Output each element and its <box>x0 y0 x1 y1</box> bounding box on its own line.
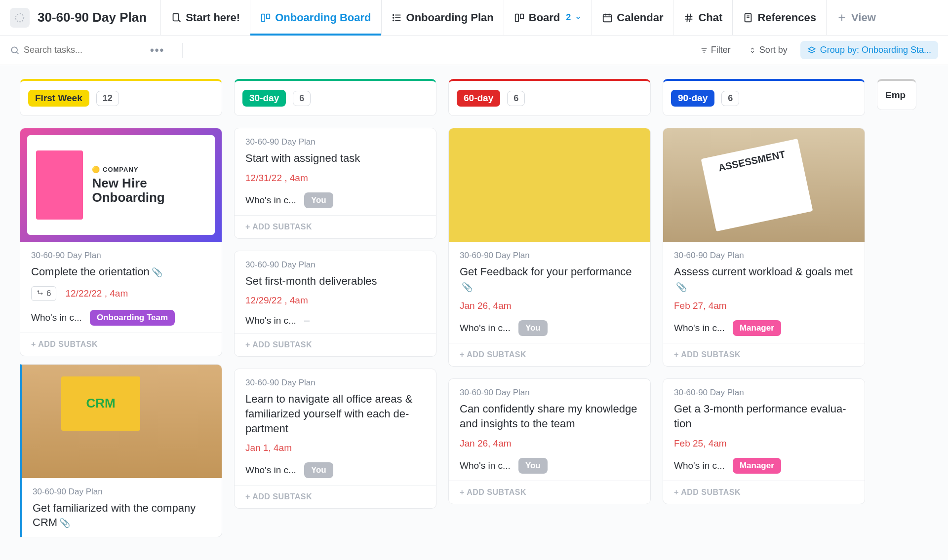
column-30-day: 30-day 6 30-60-90 Day Plan Start with as… <box>234 79 436 537</box>
add-subtask-button[interactable]: + ADD SUBTASK <box>663 481 865 504</box>
column-partial: Emp <box>877 79 916 537</box>
svg-point-8 <box>393 17 394 18</box>
layers-icon <box>807 46 816 55</box>
add-subtask-button[interactable]: + ADD SUBTASK <box>235 485 436 508</box>
plus-icon <box>836 12 847 23</box>
card-list-name: 30-60-90 Day Plan <box>460 251 639 261</box>
column-60-day: 60-day 6 30-60-90 Day Plan Get Feedback … <box>448 79 651 537</box>
filter-icon <box>700 46 708 54</box>
search-icon <box>10 45 20 55</box>
attachment-icon: 📎 <box>59 518 70 528</box>
subtask-count[interactable]: 6 <box>31 286 56 301</box>
card[interactable]: CRM 30-60-90 Day Plan Get familiarized w… <box>20 364 222 537</box>
who-label: Who's in c... <box>460 323 511 334</box>
card[interactable]: 30-60-90 Day Plan Get Feedback for your … <box>448 128 651 367</box>
card[interactable]: 🟡 COMPANY New Hire Onboarding 30-60-90 D… <box>20 128 222 356</box>
column-first-week: First Week 12 🟡 COMPANY New Hire Onboard… <box>20 79 222 537</box>
add-subtask-button[interactable]: + ADD SUBTASK <box>663 343 865 366</box>
card[interactable]: 30-60-90 Day Plan Set first-month delive… <box>234 251 436 357</box>
svg-point-7 <box>393 14 394 15</box>
add-subtask-button[interactable]: + ADD SUBTASK <box>235 333 436 356</box>
assignee-empty: – <box>304 315 310 326</box>
divider <box>182 43 183 58</box>
card-list-name: 30-60-90 Day Plan <box>674 251 854 261</box>
card[interactable]: 30-60-90 Day Plan Can confidently share … <box>448 378 651 504</box>
stage-pill: 60-day <box>457 90 500 107</box>
assignee-pill[interactable]: Manager <box>733 458 781 474</box>
card[interactable]: ASSESSMENT 30-60-90 Day Plan Assess curr… <box>663 128 865 367</box>
card[interactable]: 30-60-90 Day Plan Get a 3-month performa… <box>663 378 865 504</box>
card-list-name: 30-60-90 Day Plan <box>33 487 211 497</box>
tab-add-view[interactable]: View <box>826 0 886 35</box>
who-label: Who's in c... <box>245 195 296 206</box>
filter-button[interactable]: Filter <box>695 42 736 58</box>
assignee-pill[interactable]: You <box>304 192 333 208</box>
groupby-button[interactable]: Group by: Onboarding Sta... <box>800 41 938 59</box>
who-label: Who's in c... <box>674 460 725 471</box>
stage-count: 12 <box>96 91 119 106</box>
card-cover: 🟡 COMPANY New Hire Onboarding <box>20 128 222 242</box>
list-icon <box>392 12 402 23</box>
svg-point-9 <box>393 20 394 21</box>
column-header[interactable]: 30-day 6 <box>234 79 436 116</box>
assignee-pill[interactable]: Manager <box>733 320 781 336</box>
due-date: 12/22/22 , 4am <box>65 288 128 299</box>
column-header[interactable]: Emp <box>877 79 916 110</box>
column-header[interactable]: 60-day 6 <box>448 79 651 116</box>
nav-tabs: Start here! Onboarding Board Onboarding … <box>160 0 886 35</box>
sort-icon <box>749 46 756 54</box>
add-subtask-button[interactable]: + ADD SUBTASK <box>449 343 650 366</box>
card-list-name: 30-60-90 Day Plan <box>674 388 854 398</box>
search-input[interactable] <box>24 45 122 55</box>
tab-start-here[interactable]: Start here! <box>160 0 250 35</box>
chevron-down-icon <box>575 12 582 23</box>
assignee-pill[interactable]: Onboarding Team <box>90 310 175 326</box>
card-list-name: 30-60-90 Day Plan <box>460 388 639 398</box>
search[interactable] <box>10 45 122 55</box>
tab-chat[interactable]: Chat <box>673 0 732 35</box>
toolbar: ••• Filter Sort by Group by: Onboarding … <box>0 36 948 65</box>
tab-onboarding-board[interactable]: Onboarding Board <box>250 0 381 35</box>
workspace-icon[interactable] <box>10 8 30 28</box>
who-label: Who's in c... <box>245 465 296 476</box>
card[interactable]: 30-60-90 Day Plan Learn to navigate all … <box>234 369 436 509</box>
svg-rect-10 <box>515 14 518 21</box>
attachment-icon: 📎 <box>462 282 473 292</box>
column-header[interactable]: 90-day 6 <box>663 79 865 116</box>
hash-icon <box>683 12 694 23</box>
tab-references[interactable]: References <box>732 0 826 35</box>
due-date: Jan 1, 4am <box>245 443 292 453</box>
due-date: 12/29/22 , 4am <box>245 295 308 306</box>
assignee-pill[interactable]: You <box>304 462 333 478</box>
tab-calendar[interactable]: Calendar <box>592 0 673 35</box>
svg-rect-3 <box>267 14 270 18</box>
column-header[interactable]: First Week 12 <box>20 79 222 116</box>
card-cover <box>449 128 650 242</box>
more-options[interactable]: ••• <box>150 44 164 57</box>
card-cover: CRM <box>22 365 222 478</box>
doc-pin-icon <box>171 12 182 23</box>
card-title: Get familiarized with the company CRM📎 <box>33 501 211 530</box>
board-icon <box>514 12 525 23</box>
card-title: Set first-month deliverables <box>245 274 425 289</box>
tab-board[interactable]: Board 2 <box>504 0 592 35</box>
svg-rect-1 <box>173 13 179 21</box>
card-list-name: 30-60-90 Day Plan <box>245 378 425 388</box>
due-date: Jan 26, 4am <box>460 438 512 449</box>
card-title: Get Feedback for your performance📎 <box>460 264 639 294</box>
svg-point-0 <box>16 13 24 22</box>
add-subtask-button[interactable]: + ADD SUBTASK <box>20 333 222 356</box>
subtask-icon <box>37 290 43 297</box>
tab-onboarding-plan[interactable]: Onboarding Plan <box>381 0 504 35</box>
svg-marker-30 <box>808 47 815 51</box>
add-subtask-button[interactable]: + ADD SUBTASK <box>449 481 650 504</box>
stage-pill: 30-day <box>242 90 286 107</box>
assignee-pill[interactable]: You <box>518 320 548 336</box>
stage-pill: First Week <box>28 90 89 107</box>
sort-button[interactable]: Sort by <box>744 42 792 58</box>
svg-line-18 <box>687 13 688 22</box>
card[interactable]: 30-60-90 Day Plan Start with assigned ta… <box>234 128 436 239</box>
add-subtask-button[interactable]: + ADD SUBTASK <box>235 215 436 238</box>
card-title: Get a 3-month performance evalua­tion <box>674 402 854 431</box>
assignee-pill[interactable]: You <box>518 458 548 474</box>
